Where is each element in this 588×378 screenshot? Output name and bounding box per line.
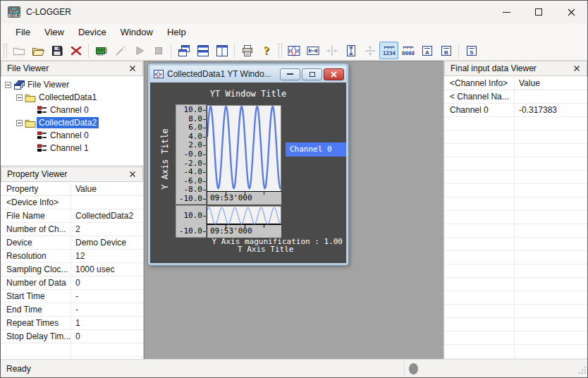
tree-item-collecteddata1[interactable]: CollectedData1	[1, 91, 143, 104]
yt-child-window[interactable]: CollectedData1 YT Windo... YT Window Tit…	[148, 63, 348, 265]
final-input-row[interactable]	[444, 291, 587, 305]
final-input-row[interactable]	[444, 331, 587, 345]
final-input-row[interactable]	[444, 238, 587, 251]
maximize-button[interactable]	[522, 1, 555, 23]
toolbar-separator	[458, 44, 459, 58]
property-cell: Device	[1, 236, 71, 249]
property-row[interactable]: Sampling Cloc...1000 usec	[1, 263, 143, 276]
menu-item-help[interactable]: Help	[160, 25, 193, 39]
mini-time-label: 09:53'000	[210, 226, 252, 236]
property-row[interactable]: End Time-	[1, 303, 143, 317]
tree-item-file-viewer[interactable]: File Viewer	[1, 78, 143, 91]
final-input-row[interactable]	[444, 278, 587, 291]
final-input-row[interactable]	[444, 144, 587, 157]
property-viewer-close-button[interactable]	[127, 169, 138, 180]
play-icon	[133, 44, 147, 58]
menu-item-file[interactable]: File	[8, 25, 37, 39]
yt-window-titlebar[interactable]: CollectedData1 YT Windo...	[150, 66, 346, 83]
toolbar-grip[interactable]	[4, 44, 7, 58]
minimize-button[interactable]	[490, 1, 522, 23]
property-row[interactable]	[1, 343, 143, 357]
h-range-button[interactable]	[303, 42, 322, 59]
letter-box-s-button[interactable]: S	[462, 42, 481, 59]
help-button[interactable]: ??	[257, 42, 276, 59]
time-tick-mark	[264, 192, 264, 195]
tile-horizontal-button[interactable]	[193, 42, 212, 59]
h-compress-button[interactable]	[322, 42, 341, 59]
yt-wave-icon	[154, 70, 164, 78]
play-button[interactable]	[130, 42, 149, 59]
final-input-row[interactable]	[444, 345, 587, 358]
close-button[interactable]	[555, 1, 587, 23]
final-input-row[interactable]	[444, 184, 587, 197]
digital-display-1234-button[interactable]: 1234	[379, 42, 398, 59]
final-input-cell	[444, 197, 515, 210]
tree-item-channel-1[interactable]: Channel 1	[1, 142, 143, 154]
tree-item-channel-0[interactable]: Channel 0	[1, 129, 143, 142]
final-input-row[interactable]	[444, 157, 587, 171]
binary-display-0000-button[interactable]: 0000	[398, 42, 417, 59]
channel-legend[interactable]: Channel 0	[286, 142, 346, 157]
tree-item-collecteddata2[interactable]: CollectedData2	[1, 116, 143, 129]
final-input-header-row: <Channel Info>Value	[444, 76, 587, 90]
yt-restore-button[interactable]	[302, 68, 322, 80]
tree-expander-icon[interactable]	[15, 94, 24, 101]
property-viewer-header: Property Viewer	[1, 166, 143, 182]
file-viewer-close-button[interactable]	[127, 63, 138, 74]
cascade-windows-button[interactable]	[174, 42, 193, 59]
property-row[interactable]: DeviceDemo Device	[1, 236, 143, 250]
final-input-row[interactable]	[444, 251, 587, 264]
new-file-button[interactable]	[9, 42, 28, 59]
property-cell: 1	[71, 317, 143, 329]
final-input-row[interactable]	[444, 224, 587, 238]
final-input-row[interactable]	[444, 305, 587, 318]
final-input-row[interactable]: < Channel Na...	[444, 90, 587, 104]
menu-item-view[interactable]: View	[37, 25, 71, 39]
tree-expander-icon[interactable]	[15, 120, 24, 126]
property-row[interactable]: File NameCollectedData2	[1, 209, 143, 223]
y-tick-mark	[203, 199, 206, 200]
menu-item-window[interactable]: Window	[114, 25, 160, 39]
final-input-row[interactable]	[444, 211, 587, 224]
v-compress-button[interactable]	[360, 42, 379, 59]
property-row[interactable]: Number of Ch...2	[1, 223, 143, 236]
svg-text:S: S	[470, 49, 474, 55]
mini-plot-area[interactable]	[207, 206, 281, 224]
final-input-row[interactable]	[444, 117, 587, 130]
save-button[interactable]	[47, 42, 66, 59]
device-button[interactable]	[92, 42, 111, 59]
letter-box-b-button[interactable]: B	[436, 42, 455, 59]
final-input-row[interactable]	[444, 130, 587, 144]
wand-button[interactable]	[111, 42, 130, 59]
final-input-row[interactable]	[444, 318, 587, 331]
main-plot-area[interactable]	[207, 105, 281, 191]
v-range-button[interactable]	[341, 42, 360, 59]
final-input-row[interactable]	[444, 197, 587, 211]
yt-wave-button[interactable]	[284, 42, 303, 59]
final-input-row[interactable]	[444, 171, 587, 184]
stop-button[interactable]	[149, 42, 168, 59]
file-viewer-panel: File Viewer File ViewerCollectedData1Cha…	[1, 61, 143, 165]
mdi-area: CollectedData1 YT Windo... YT Window Tit…	[144, 61, 443, 359]
final-input-row[interactable]	[444, 264, 587, 278]
letter-box-a-button[interactable]: A	[417, 42, 436, 59]
tree-item-channel-0[interactable]: Channel 0	[1, 104, 143, 116]
open-folder-button[interactable]	[28, 42, 47, 59]
yt-minimize-button[interactable]	[280, 68, 300, 80]
property-row[interactable]: Repeat Times1	[1, 317, 143, 330]
final-input-row[interactable]: Channel 0-0.317383	[444, 104, 587, 117]
property-row[interactable]: Stop Delay Tim...0	[1, 330, 143, 343]
menu-item-device[interactable]: Device	[71, 25, 114, 39]
delete-button[interactable]	[66, 42, 85, 59]
property-row[interactable]: Resolution12	[1, 250, 143, 263]
resize-grip[interactable]	[577, 365, 587, 377]
tile-vertical-button[interactable]	[212, 42, 231, 59]
property-row[interactable]: Start Time-	[1, 290, 143, 303]
yt-close-button[interactable]	[324, 68, 344, 80]
print-button[interactable]	[238, 42, 257, 59]
tree-expander-icon[interactable]	[4, 82, 13, 88]
property-row[interactable]: Number of Data0	[1, 276, 143, 290]
final-input-viewer-close-button[interactable]	[571, 63, 582, 74]
toolbar-grip[interactable]	[278, 44, 282, 58]
property-row[interactable]: <Device Info>	[1, 196, 143, 209]
